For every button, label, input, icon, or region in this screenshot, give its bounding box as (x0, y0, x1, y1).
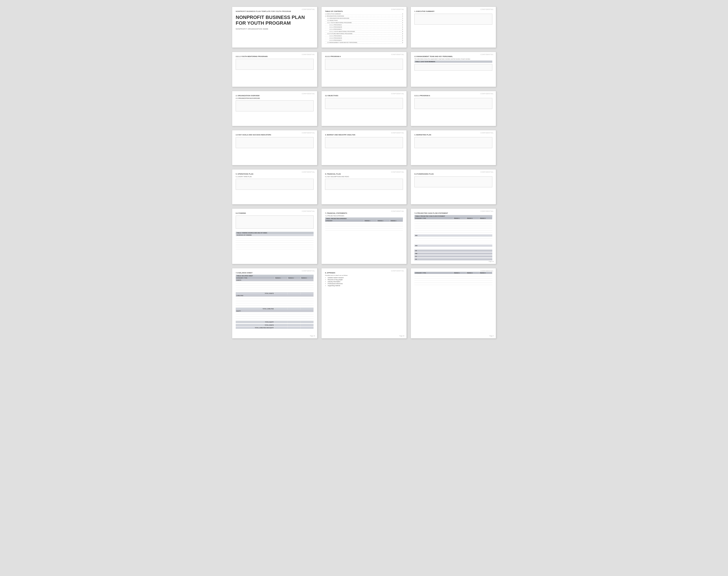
org-content (236, 100, 314, 111)
confidential-youth: CONFIDENTIAL (302, 54, 315, 55)
cfp4-row-2 (414, 276, 492, 279)
bs-equity-row: EQUITY (236, 310, 314, 312)
toc-item-8: 2.2.1.3 PROGRAM C6 (325, 29, 403, 30)
youth-mentoring-content (236, 59, 314, 70)
market-analysis-card: CONFIDENTIAL 3. MARKET AND INDUSTRY ANAL… (321, 130, 407, 165)
bs-header-row: CATEGORY / TYPE PERIOD 1 PERIOD 2 PERIOD… (236, 277, 314, 279)
funding-source-label: TABLE: FUNDING SOURCE AND USE OF FUNDS (236, 232, 314, 234)
confidential-pa2211: CONFIDENTIAL (481, 93, 494, 94)
bs-col-p1: PERIOD 1 (275, 277, 288, 279)
toc-item-13: 2.2.2.3 PROGRAM C6 (325, 39, 403, 41)
ops-content (236, 179, 314, 190)
bs-col-p3: PERIOD 3 (301, 277, 314, 279)
bs-page-number: Page 19 (310, 335, 315, 337)
bs-total-liab-label: TOTAL LIABILITIES (236, 308, 275, 310)
bs-total-liabilities-row: TOTAL LIABILITIES (236, 308, 314, 310)
cf-total-c2: C2 (414, 258, 492, 260)
program-a-221-card: CONFIDENTIAL 2.2.2.1 PROGRAM A (321, 52, 407, 87)
funding-content (236, 215, 314, 229)
confidential-obj: CONFIDENTIAL (391, 93, 404, 94)
program-a-2211-card: CONFIDENTIAL 2.2.1.1 PROGRAM A (411, 91, 496, 126)
ops-title: 5. OPERATIONS PLAN (236, 173, 314, 175)
bs-assets-label: ASSETS (236, 279, 314, 281)
bs-asset-row-2 (236, 284, 314, 286)
funding-row-3 (236, 240, 314, 243)
funding-card: CONFIDENTIAL 6.4 FUNDING TABLE: FUNDING … (232, 208, 317, 264)
cf-total-u3: U3 (414, 250, 492, 252)
appendix-item-1: Detailed market research (328, 277, 403, 279)
appendix-title: 8. APPENDIX (325, 272, 403, 274)
pe-col-p1: PERIOD 1 (364, 220, 377, 222)
cf-row-5 (414, 228, 492, 230)
cf-total-c1: C1 (414, 255, 492, 258)
pe-row-3 (325, 226, 403, 228)
bs-total-liab-equity-row: TOTAL LIABILITIES AND EQUITY (236, 327, 314, 329)
marketing-plan-card: CONFIDENTIAL 4. MARKETING PLAN (411, 130, 496, 165)
cover-top-title: NONPROFIT BUSINESS PLAN TEMPLATE FOR YOU… (236, 10, 314, 12)
appendix-page-number: Page 20 (400, 335, 404, 337)
cf-row-7 (414, 237, 492, 239)
pe-row-2 (325, 224, 403, 226)
toc-items: 1. EXECUTIVE SUMMARY3 2. ORGANIZATION OV… (325, 13, 403, 44)
bs-footer-total-assets-row: TOTAL ASSETS (236, 324, 314, 326)
cf-total-pw: PW (414, 253, 492, 255)
funding-row-1 (236, 236, 314, 238)
fundraising-content (414, 176, 492, 187)
bs-total-assets-row: TOTAL ASSETS (236, 292, 314, 294)
objectives-content (325, 98, 403, 109)
funding-row-5 (236, 245, 314, 247)
toc-item-5: 2.2.1 YOUTH MENTORING PROGRAMS5 (325, 22, 403, 24)
cashflow-table-label: TABLE: PROJECTED CASH FLOW STATEMENT (414, 215, 492, 217)
cfp4-row-1 (414, 274, 492, 276)
bs-total-assets-p3 (301, 292, 314, 294)
confidential-funding: CONFIDENTIAL (302, 210, 315, 212)
bs-total-le-label: TOTAL LIABILITIES AND EQUITY (236, 327, 275, 329)
appendix-card: CONFIDENTIAL 8. APPENDIX Possible items … (321, 268, 407, 339)
cover-card: CONFIDENTIAL NONPROFIT BUSINESS PLAN TEM… (232, 7, 317, 48)
bs-asset-row-1 (236, 281, 314, 284)
exec-content-box (414, 13, 492, 25)
toc-item-7: 2.2.1.2 PROGRAM B6 (325, 26, 403, 28)
bs-total-liab-p1 (275, 308, 288, 310)
market-content (325, 137, 403, 148)
org-overview-card: CONFIDENTIAL 2. ORGANIZATION OVERVIEW 2.… (232, 91, 317, 126)
toc-item-10: 2.2.2 FUTURE MENTORING PROGRAMS6 (325, 33, 403, 35)
balance-sheet-card: CONFIDENTIAL 7.3 BALANCE SHEET TABLE: BA… (232, 268, 317, 339)
mgmt-title: 2.3 MANAGEMENT TEAM AND KEY PERSONNEL (414, 55, 492, 57)
bs-total-le-p1 (275, 327, 288, 329)
cf-section3: IES (414, 244, 492, 249)
bs-total-equity-row: TOTAL EQUITY (236, 321, 314, 323)
youth-mentoring-card: CONFIDENTIAL 2.2.1.1 YOUTH MENTORING PRO… (232, 52, 317, 87)
bs-footer-ta-p3 (301, 324, 314, 326)
confidential-app: CONFIDENTIAL (391, 270, 404, 271)
cf-section-label-2: IES (414, 234, 492, 237)
bs-footer-ta-p2 (288, 324, 301, 326)
cf-row-9 (414, 241, 492, 243)
appendix-item-4: Professional references (328, 283, 403, 284)
bs-equity-row-1 (236, 312, 314, 314)
confidential-exec: CONFIDENTIAL (481, 8, 494, 10)
toc-item-11: 2.2.2.1 PROGRAM A6 (325, 35, 403, 37)
cf-row-6 (414, 230, 492, 233)
mgmt-table-content (414, 64, 492, 71)
cover-org-name: NONPROFIT ORGANIZATION NAME (236, 28, 314, 30)
funding-title: 6.4 FUNDING (236, 212, 314, 214)
key-goals-content (236, 137, 314, 148)
management-team-card: CONFIDENTIAL 2.3 MANAGEMENT TEAM AND KEY… (411, 52, 496, 87)
pe-col-category: CATEGORY (325, 220, 364, 222)
cf-row-3 (414, 224, 492, 226)
toc-item-14: 2.3 MANAGEMENT TEAM AND KEY PERSONNEL6 (325, 42, 403, 44)
program-a-2211-title: 2.2.1.1 PROGRAM A (414, 95, 492, 97)
fin-statements-title: 7. FINANCIAL STATEMENTS (325, 212, 403, 214)
bs-equity-row-2 (236, 314, 314, 317)
org-title: 2. ORGANIZATION OVERVIEW (236, 95, 314, 97)
bs-title: 7.3 BALANCE SHEET (236, 272, 314, 274)
bs-footer-ta-p1 (275, 324, 288, 326)
appendix-description: Possible items to attach are as follows: (325, 275, 403, 276)
org-subtitle: 2.1 ORGANIZATION BACKGROUND (236, 97, 314, 99)
cashflow-card: CONFIDENTIAL 7.2 PROJECTED CASH FLOW STA… (411, 208, 496, 264)
bs-total-equity-p3 (301, 321, 314, 323)
bs-total-le-p2 (288, 327, 301, 329)
appendix-item-5: Supporting material (328, 285, 403, 286)
cashflow-title: 7.2 PROJECTED CASH FLOW STATEMENT (414, 212, 492, 214)
